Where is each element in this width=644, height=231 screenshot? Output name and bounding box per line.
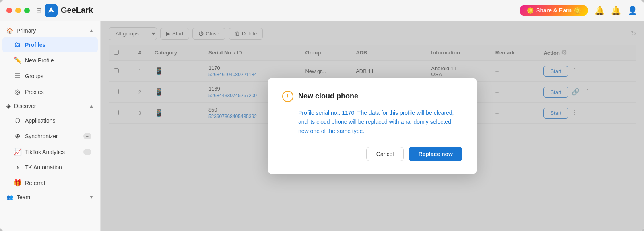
sidebar-item-tk-automation[interactable]: ♪ TK Automation: [2, 160, 98, 175]
sidebar: 🏠 Primary ▲ 🗂 Profiles ✏️ New Profile ☰ …: [0, 21, 101, 231]
referral-icon: 🎁: [14, 179, 21, 187]
tk-automation-icon: ♪: [14, 164, 21, 171]
logo-area: GeeLark: [45, 4, 93, 17]
app-window: ⊞ GeeLark 🪙 Share & Earn 🪙 🔔 🔔 👤: [0, 0, 644, 231]
main-content: All groups ▶ Start ⏻ Close 🗑 Delete ↻: [101, 21, 644, 231]
new-profile-icon: ✏️: [14, 56, 21, 64]
sidebar-applications-label: Applications: [25, 117, 56, 124]
sidebar-item-synchronizer[interactable]: ⊕ Synchronizer −: [2, 129, 98, 144]
main-layout: 🏠 Primary ▲ 🗂 Profiles ✏️ New Profile ☰ …: [0, 21, 644, 231]
profiles-icon: 🗂: [14, 41, 21, 48]
modal-body: Profile serial no.: 1170. The data for t…: [282, 108, 462, 135]
sidebar-tk-automation-label: TK Automation: [25, 164, 62, 171]
sidebar-referral-label: Referral: [25, 180, 45, 186]
sidebar-item-profiles[interactable]: 🗂 Profiles: [2, 37, 98, 52]
warning-icon: !: [282, 91, 293, 102]
sidebar-synchronizer-label: Synchronizer: [25, 133, 58, 139]
new-cloud-phone-modal: ! New cloud phone Profile serial no.: 11…: [268, 78, 477, 174]
primary-label: Primary: [17, 27, 36, 34]
sidebar-item-applications[interactable]: ⬡ Applications: [2, 113, 98, 128]
sidebar-profiles-label: Profiles: [25, 42, 45, 48]
groups-icon: ☰: [14, 72, 21, 80]
close-window-button[interactable]: [6, 8, 12, 13]
sidebar-section-team[interactable]: 👥 Team ▼: [0, 191, 100, 204]
replace-now-button[interactable]: Replace now: [409, 147, 462, 161]
traffic-lights: [6, 8, 30, 13]
team-icon: 👥: [6, 194, 13, 200]
discover-chevron-icon: ▲: [89, 103, 94, 109]
user-profile-icon[interactable]: 👤: [627, 6, 638, 15]
header-right: 🪙 Share & Earn 🪙 🔔 🔔 👤: [520, 5, 638, 16]
sidebar-section-primary[interactable]: 🏠 Primary ▲: [0, 24, 100, 37]
discover-label: Discover: [14, 103, 36, 109]
sidebar-item-referral[interactable]: 🎁 Referral: [2, 175, 98, 190]
sidebar-item-new-profile[interactable]: ✏️ New Profile: [2, 53, 98, 68]
notification-bell-badge-icon[interactable]: 🔔: [594, 6, 605, 15]
sidebar-groups-label: Groups: [25, 73, 43, 79]
coin-icon-right: 🪙: [574, 7, 581, 14]
applications-icon: ⬡: [14, 117, 21, 124]
minimize-window-button[interactable]: [15, 8, 21, 13]
modal-footer: Cancel Replace now: [282, 147, 462, 161]
sidebar-new-profile-label: New Profile: [25, 57, 54, 64]
app-logo-icon: [45, 4, 58, 17]
sidebar-toggle-icon[interactable]: ⊞: [36, 6, 41, 14]
notification-bell-icon[interactable]: 🔔: [611, 6, 621, 15]
sidebar-section-discover[interactable]: ◈ Discover ▲: [0, 100, 100, 112]
primary-chevron-icon: ▲: [89, 28, 94, 33]
sidebar-proxies-label: Proxies: [25, 89, 44, 95]
app-name: GeeLark: [61, 6, 93, 15]
sidebar-tiktok-analytics-label: TikTok Analytics: [25, 149, 65, 155]
sidebar-item-groups[interactable]: ☰ Groups: [2, 69, 98, 83]
tiktok-analytics-badge: −: [83, 149, 91, 155]
titlebar: ⊞ GeeLark 🪙 Share & Earn 🪙 🔔 🔔 👤: [0, 0, 644, 21]
share-earn-button[interactable]: 🪙 Share & Earn 🪙: [520, 5, 588, 16]
team-chevron-icon: ▼: [89, 194, 94, 200]
modal-overlay: ! New cloud phone Profile serial no.: 11…: [101, 21, 644, 231]
modal-header: ! New cloud phone: [282, 91, 462, 102]
modal-title: New cloud phone: [298, 92, 358, 100]
sidebar-item-tiktok-analytics[interactable]: 📈 TikTok Analytics −: [2, 144, 98, 159]
home-icon: 🏠: [6, 27, 13, 34]
discover-icon: ◈: [6, 103, 11, 109]
team-label: Team: [17, 194, 30, 200]
share-earn-label: Share & Earn: [536, 7, 572, 14]
maximize-window-button[interactable]: [24, 8, 30, 13]
synchronizer-icon: ⊕: [14, 132, 21, 140]
tiktok-analytics-icon: 📈: [14, 148, 21, 156]
sidebar-item-proxies[interactable]: ◎ Proxies: [2, 84, 98, 99]
cancel-button[interactable]: Cancel: [366, 147, 404, 161]
proxies-icon: ◎: [14, 88, 21, 96]
synchronizer-badge: −: [83, 133, 91, 139]
coin-icon-left: 🪙: [527, 7, 534, 14]
